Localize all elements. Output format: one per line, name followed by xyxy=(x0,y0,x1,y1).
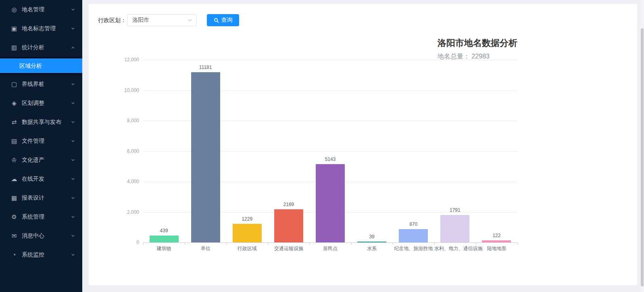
scrollbar-track[interactable] xyxy=(640,0,644,292)
sidebar-item-report-chart[interactable]: ▦报表设计 xyxy=(0,188,82,207)
chevron-down-icon xyxy=(71,253,75,257)
x-axis-tick xyxy=(143,243,144,245)
chevron-down-icon xyxy=(71,27,75,31)
bar-单位[interactable] xyxy=(191,72,220,242)
region-filter-label: 行政区划： xyxy=(98,14,126,26)
sidebar-item-label: 统计分析 xyxy=(22,44,71,51)
x-axis-category-label: 水利、电力、通信设施 xyxy=(434,246,476,251)
files-icon: ▤ xyxy=(10,138,18,144)
x-axis-tick xyxy=(268,243,268,245)
y-axis-tick-label: 4,000 xyxy=(89,179,139,184)
chart-title: 洛阳市地名数据分析 xyxy=(438,37,517,49)
sidebar-item-label: 文件管理 xyxy=(22,138,71,145)
search-icon xyxy=(214,18,219,23)
x-axis-tick xyxy=(309,243,310,245)
sidebar-submenu: 区域分析 xyxy=(0,57,82,75)
sidebar-item-crown[interactable]: ♔文化遗产 xyxy=(0,150,82,169)
sidebar-item-label: 系统监控 xyxy=(22,251,71,259)
sidebar-item-share-sync[interactable]: ⇄数据共享与发布 xyxy=(0,113,82,131)
bar-chart-plot: 439建筑物11181单位1229行政区域2169交通运输设施5143居民点39… xyxy=(143,60,517,242)
bar-行政区域[interactable] xyxy=(233,224,262,242)
sidebar-item-boundary-frame[interactable]: ▢界线界桩 xyxy=(0,75,82,94)
x-axis-category-label: 建筑物 xyxy=(143,246,185,251)
bar-value-label: 439 xyxy=(143,227,185,234)
x-axis-category-label: 纪念地、旅游胜地 xyxy=(393,246,434,251)
sidebar-item-gear[interactable]: ⚙系统管理 xyxy=(0,207,82,226)
bar-value-label: 870 xyxy=(393,221,434,227)
x-axis-category-label: 水系 xyxy=(351,246,393,251)
chevron-down-icon xyxy=(71,234,75,238)
x-axis-tick xyxy=(226,243,227,245)
region-select[interactable]: 洛阳市 xyxy=(127,14,197,26)
x-axis-category-label: 行政区域 xyxy=(226,246,268,251)
location-pin-icon: ◎ xyxy=(10,6,18,13)
sidebar-item-cloud[interactable]: ☁在线开发 xyxy=(0,169,82,188)
bar-交通运输设施[interactable] xyxy=(274,209,303,242)
sidebar-item-label: 区划调整 xyxy=(22,100,71,107)
y-axis-tick-label: 6,000 xyxy=(89,148,139,154)
bar-value-label: 11181 xyxy=(185,64,226,71)
sidebar-item-location-pin[interactable]: ◎地名管理 xyxy=(0,0,82,19)
sidebar-item-label: 地名标志管理 xyxy=(22,25,71,32)
chart-header: 洛阳市地名数据分析 地名总量： 22983 xyxy=(438,37,517,61)
chevron-down-icon xyxy=(71,82,75,86)
region-select-value: 洛阳市 xyxy=(132,17,188,24)
chevron-down-icon xyxy=(188,18,192,23)
sidebar-item-label: 在线开发 xyxy=(22,175,71,183)
x-axis-tick xyxy=(434,243,435,245)
x-axis-tick xyxy=(393,243,393,245)
bar-value-label: 122 xyxy=(476,232,517,239)
share-sync-icon: ⇄ xyxy=(10,119,18,125)
chart-total-value: 22983 xyxy=(471,53,490,60)
sidebar-subitem[interactable]: 区域分析 xyxy=(0,58,82,73)
bar-水系[interactable] xyxy=(357,242,386,242)
bar-纪念地、旅游胜地[interactable] xyxy=(399,229,428,242)
sidebar-item-files[interactable]: ▤文件管理 xyxy=(0,131,82,150)
chevron-down-icon xyxy=(71,196,75,200)
bar-value-label: 39 xyxy=(351,234,393,240)
bar-居民点[interactable] xyxy=(316,164,345,242)
x-axis-category-label: 陆地地形 xyxy=(476,246,517,251)
boundary-frame-icon: ▢ xyxy=(10,81,18,87)
sidebar: ◎地名管理▣地名标志管理▥统计分析区域分析▢界线界桩◈区划调整⇄数据共享与发布▤… xyxy=(0,0,82,292)
sidebar-item-label: 文化遗产 xyxy=(22,156,71,164)
sidebar-item-save[interactable]: ▣地名标志管理 xyxy=(0,19,82,38)
report-chart-icon: ▦ xyxy=(10,195,18,201)
badge-icon: ◈ xyxy=(10,100,18,106)
y-axis-tick-label: 2,000 xyxy=(89,209,139,215)
bar-value-label: 2169 xyxy=(268,201,309,208)
y-axis-tick-label: 0 xyxy=(89,240,139,245)
content-card: 行政区划： 洛阳市 查询 洛阳市地名数据分析 地名总量： 22983 02,00… xyxy=(89,4,637,285)
sidebar-item-bar-chart[interactable]: ▥统计分析 xyxy=(0,38,82,57)
x-axis-category-label: 交通运输设施 xyxy=(268,246,309,251)
y-axis-tick-label: 10,000 xyxy=(89,88,139,93)
bar-value-label: 1791 xyxy=(434,207,476,213)
bar-水利、电力、通信设施[interactable] xyxy=(440,215,469,242)
search-button[interactable]: 查询 xyxy=(207,14,239,26)
x-axis-category-label: 居民点 xyxy=(309,246,351,251)
message-icon: ✉ xyxy=(10,233,18,239)
chevron-down-icon xyxy=(71,177,75,181)
chevron-down-icon xyxy=(71,8,75,12)
crown-icon: ♔ xyxy=(10,157,18,163)
sidebar-item-label: 地名管理 xyxy=(22,6,71,13)
sidebar-item-label: 数据共享与发布 xyxy=(22,119,71,126)
bar-chart-icon: ▥ xyxy=(10,44,18,50)
gear-icon: ⚙ xyxy=(10,214,18,220)
bar-建筑物[interactable] xyxy=(150,236,179,242)
x-axis-tick xyxy=(476,243,476,245)
sidebar-item-badge[interactable]: ◈区划调整 xyxy=(0,94,82,113)
x-axis-line xyxy=(143,242,517,243)
chevron-down-icon xyxy=(71,120,75,124)
scrollbar-thumb[interactable] xyxy=(641,28,644,286)
sidebar-item-label: 消息中心 xyxy=(22,232,71,240)
sidebar-item-label: 界线界桩 xyxy=(22,81,71,88)
chevron-up-icon xyxy=(71,46,75,50)
monitor-gauge-icon: ◔ xyxy=(10,252,18,258)
x-axis-tick xyxy=(351,243,352,245)
chevron-down-icon xyxy=(71,139,75,143)
sidebar-item-message[interactable]: ✉消息中心 xyxy=(0,226,82,245)
sidebar-item-monitor-gauge[interactable]: ◔系统监控 xyxy=(0,245,82,264)
chevron-down-icon xyxy=(71,215,75,219)
bar-陆地地形[interactable] xyxy=(482,240,511,242)
